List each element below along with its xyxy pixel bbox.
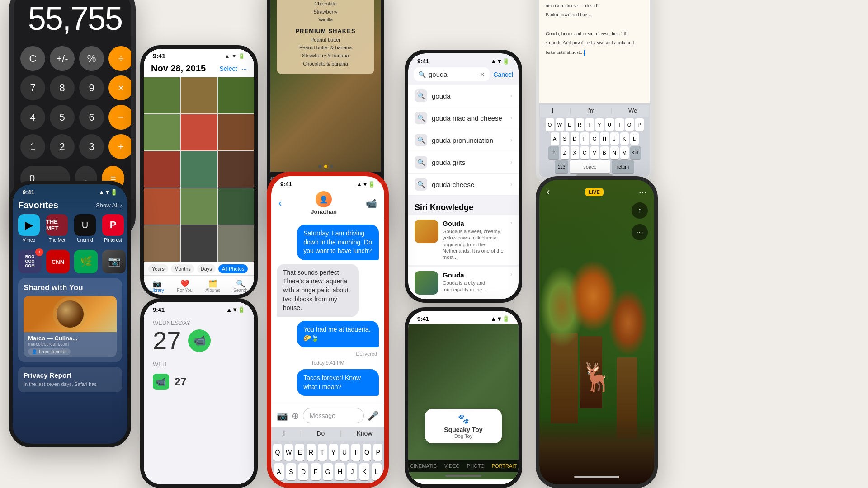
cam-bottom-cinematic[interactable]: CINEMATIC bbox=[410, 463, 437, 469]
calc-btn-8[interactable]: 8 bbox=[50, 75, 75, 100]
photos-tab-foryou[interactable]: ❤️ For You bbox=[177, 279, 192, 293]
msg-key-q[interactable]: Q bbox=[273, 444, 282, 461]
notes-key-h[interactable]: H bbox=[600, 132, 609, 145]
notes-key-c[interactable]: C bbox=[580, 146, 589, 159]
calc-btn-multiply[interactable]: × bbox=[108, 75, 133, 100]
msg-key-f[interactable]: F bbox=[311, 463, 321, 480]
notes-key-y[interactable]: Y bbox=[595, 118, 604, 131]
notes-key-m[interactable]: M bbox=[620, 146, 629, 159]
msg-key-b[interactable]: B bbox=[335, 483, 344, 483]
msg-key-p[interactable]: P bbox=[373, 444, 382, 461]
msg-key-a[interactable]: A bbox=[274, 463, 284, 480]
notes-key-i[interactable]: I bbox=[615, 118, 624, 131]
siri-card-2[interactable]: Gouda Gouda is a city and municipality i… bbox=[408, 267, 519, 299]
notes-key-return[interactable]: return bbox=[612, 160, 634, 173]
live-more-button[interactable]: ··· bbox=[639, 186, 647, 198]
filter-months[interactable]: Months bbox=[171, 264, 194, 273]
notes-key-backspace[interactable]: ⌫ bbox=[630, 146, 641, 159]
calc-btn-4[interactable]: 4 bbox=[20, 105, 45, 130]
live-ctrl-1[interactable]: ↑ bbox=[632, 202, 648, 219]
photo-thumb-12[interactable] bbox=[218, 188, 254, 225]
apps-icon[interactable]: ⊕ bbox=[292, 410, 299, 421]
photos-tab-albums[interactable]: 🗂️ Albums bbox=[205, 279, 220, 293]
photo-thumb-6[interactable] bbox=[218, 114, 254, 150]
msg-key-k[interactable]: K bbox=[359, 463, 369, 480]
notes-key-s[interactable]: S bbox=[561, 132, 569, 145]
msg-key-o[interactable]: O bbox=[363, 444, 372, 461]
calc-btn-1[interactable]: 1 bbox=[20, 134, 45, 159]
fav-underc[interactable]: U Uncrntd bbox=[74, 214, 96, 243]
cal-next-facetime-icon[interactable]: 📹 bbox=[153, 374, 169, 390]
calc-btn-2[interactable]: 2 bbox=[50, 134, 75, 159]
search-result-2[interactable]: 🔍 gouda mac and cheese › bbox=[408, 107, 519, 129]
photo-thumb-10[interactable] bbox=[144, 188, 180, 225]
notes-key-f[interactable]: F bbox=[580, 132, 589, 145]
notes-key-space[interactable]: space bbox=[570, 160, 610, 173]
search-result-5[interactable]: 🔍 gouda cheese › bbox=[408, 174, 519, 196]
contact-avatar[interactable]: 👤 bbox=[316, 191, 332, 207]
msg-key-t[interactable]: T bbox=[318, 444, 327, 461]
msg-key-n[interactable]: N bbox=[346, 483, 356, 483]
cam-bottom-portrait[interactable]: PORTRAIT bbox=[492, 463, 517, 469]
notes-key-x[interactable]: X bbox=[571, 146, 579, 159]
calc-btn-plus[interactable]: + bbox=[108, 134, 133, 159]
calc-btn-3[interactable]: 3 bbox=[79, 134, 104, 159]
suggest-i[interactable]: I bbox=[552, 107, 554, 114]
notes-key-shift[interactable]: ⇧ bbox=[548, 146, 559, 159]
msg-key-m[interactable]: M bbox=[358, 483, 368, 483]
notes-key-e[interactable]: E bbox=[566, 118, 574, 131]
photo-thumb-8[interactable] bbox=[181, 151, 217, 188]
msg-key-shift[interactable]: ⇧ bbox=[273, 483, 286, 483]
msg-key-g[interactable]: G bbox=[323, 463, 333, 480]
msg-key-y[interactable]: Y bbox=[329, 444, 338, 461]
msg-key-x[interactable]: X bbox=[300, 483, 309, 483]
suggest-i[interactable]: I bbox=[283, 430, 285, 438]
cam-bottom-video[interactable]: VIDEO bbox=[444, 463, 460, 469]
calc-btn-plusminus[interactable]: +/- bbox=[50, 46, 75, 71]
notes-key-q[interactable]: Q bbox=[546, 118, 554, 131]
notes-key-r[interactable]: R bbox=[576, 118, 584, 131]
fav-themet[interactable]: THE MET The Met bbox=[46, 214, 68, 243]
photo-thumb-2[interactable] bbox=[181, 77, 217, 113]
msg-key-v[interactable]: V bbox=[323, 483, 333, 483]
cnn-app[interactable]: CNN bbox=[46, 250, 70, 273]
msg-key-s[interactable]: S bbox=[286, 463, 296, 480]
show-all-btn[interactable]: Show All › bbox=[96, 202, 122, 209]
notes-key-o[interactable]: O bbox=[625, 118, 634, 131]
photo-thumb-4[interactable] bbox=[144, 114, 180, 150]
back-button[interactable]: ‹ bbox=[278, 197, 282, 209]
photos-tab-search[interactable]: 🔍 Search bbox=[233, 279, 248, 293]
filter-days[interactable]: Days bbox=[197, 264, 216, 273]
calc-btn-5[interactable]: 5 bbox=[50, 105, 75, 130]
photo-thumb-3[interactable] bbox=[218, 77, 254, 113]
notes-key-p[interactable]: P bbox=[635, 118, 644, 131]
msg-key-r[interactable]: R bbox=[307, 444, 316, 461]
search-result-3[interactable]: 🔍 gouda pronunciation › bbox=[408, 129, 519, 151]
calc-btn-6[interactable]: 6 bbox=[79, 105, 104, 130]
video-call-button[interactable]: 📹 bbox=[366, 198, 377, 209]
message-input[interactable]: Message bbox=[303, 408, 364, 423]
filter-all-photos[interactable]: All Photos bbox=[218, 264, 248, 273]
search-input-box[interactable]: 🔍 gouda ✕ bbox=[414, 67, 490, 81]
msg-key-j[interactable]: J bbox=[347, 463, 357, 480]
msg-key-d[interactable]: D bbox=[298, 463, 308, 480]
live-ctrl-2[interactable]: ⋯ bbox=[632, 224, 648, 240]
photos-select-btn[interactable]: Select bbox=[219, 65, 237, 72]
photo-thumb-13[interactable] bbox=[144, 225, 180, 262]
cam-bottom-photo[interactable]: PHOTO bbox=[467, 463, 485, 469]
notes-key-k[interactable]: K bbox=[620, 132, 629, 145]
photo-thumb-11[interactable] bbox=[181, 188, 217, 225]
siri-card-1[interactable]: Gouda Gouda is a sweet, creamy, yellow c… bbox=[408, 215, 519, 265]
search-clear-btn[interactable]: ✕ bbox=[480, 71, 485, 78]
notes-key-v[interactable]: V bbox=[590, 146, 599, 159]
notes-key-t[interactable]: T bbox=[585, 118, 594, 131]
msg-key-l[interactable]: L bbox=[372, 463, 382, 480]
search-result-1[interactable]: 🔍 gouda › bbox=[408, 85, 519, 107]
notes-key-j[interactable]: J bbox=[610, 132, 619, 145]
search-result-4[interactable]: 🔍 gouda grits › bbox=[408, 151, 519, 174]
notes-key-b[interactable]: B bbox=[600, 146, 609, 159]
boo-app-wrapper[interactable]: BOOOOOOOM ! bbox=[18, 250, 42, 273]
calc-btn-minus[interactable]: − bbox=[108, 105, 133, 130]
msg-key-u[interactable]: U bbox=[340, 444, 349, 461]
calc-btn-clear[interactable]: C bbox=[20, 46, 45, 71]
